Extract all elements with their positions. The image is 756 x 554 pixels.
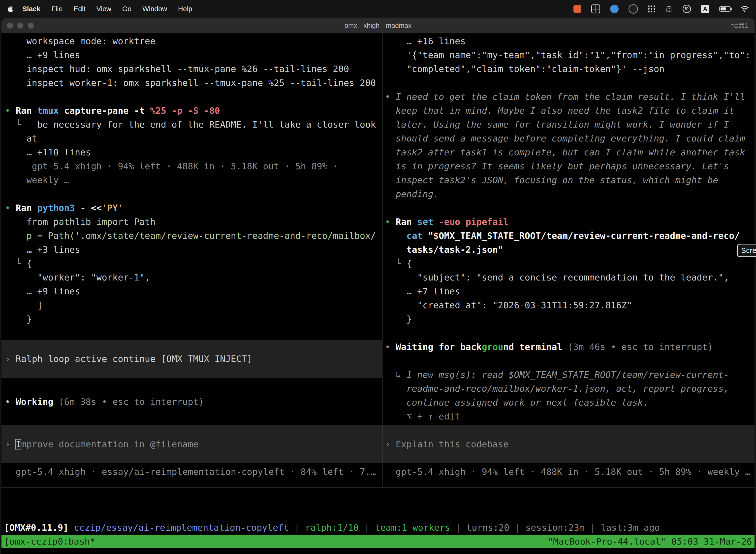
tmux-session-label: [omx-cczip0:bash* [4,536,95,547]
terminal-window: omx --xhigh --madmax ⌥⌘1 workspace_mode:… [1,18,755,554]
terminal-line: weekly … [5,173,382,187]
screen-edge-overlay-label: Scre [741,246,756,255]
terminal-line: cat "$OMX_TEAM_STATE_ROOT/team/review-cu… [385,229,755,243]
battery-icon[interactable] [719,6,731,12]
terminal-line: › Improve documentation in @filename [5,437,198,451]
menu-edit[interactable]: Edit [73,5,85,13]
tmux-pane-left[interactable]: workspace_mode: worktree … +9 lines insp… [1,33,382,487]
menu-file[interactable]: File [51,5,63,13]
tmux-session: workspace_mode: worktree … +9 lines insp… [1,33,755,487]
terminal-line: p = Path('.omx/state/team/review-current… [5,229,382,243]
terminal-line: workspace_mode: worktree [5,34,382,48]
omx-status-pane: [OMX#0.11.9] cczip/essay/ai-reimplementa… [1,487,755,535]
terminal-line: tasks/task-2.json" [385,243,755,257]
terminal-line [385,326,755,340]
terminal-line: keep that in mind. Maybe I also need the… [385,104,755,118]
terminal-line: readme-and-reco/mailbox/worker-1.json, a… [385,382,755,396]
dots-grid-icon[interactable] [648,5,655,13]
terminal-line [385,201,755,215]
queued-message: › Ralph loop active continue [OMX_TMUX_I… [1,340,382,378]
terminal-line: • I need to get the claim token from the… [385,90,755,104]
terminal-line: … +16 lines [385,34,755,48]
terminal-line: pending. [385,187,755,201]
zoom-button[interactable] [28,22,34,29]
terminal-line: "completed","claim_token":"claim-token"}… [385,62,755,76]
screen: Slack File Edit View Go Window Help 61A … [0,0,756,554]
terminal-line: later. Using the same for transition mig… [385,118,755,131]
terminal-line: … +110 lines [5,146,382,159]
terminal-line: … +9 lines [5,284,382,298]
menu-window[interactable]: Window [142,5,167,13]
badge-icon[interactable]: 61 [683,5,691,13]
terminal-line [385,354,755,368]
terminal-line: • Waiting for background terminal (3m 46… [385,340,755,354]
terminal-line: task2 after task1 is complete, but can I… [385,146,755,159]
terminal-line: ↳ 1 new msg(s): read $OMX_TEAM_STATE_ROO… [385,368,755,382]
terminal-line: '{"team_name":"my-team","task_id":"1","f… [385,48,755,62]
apple-icon [7,5,13,13]
terminal-line: "subject": "send a concise recommendatio… [385,271,755,284]
tmux-pane-right[interactable]: … +16 lines '{"team_name":"my-team","tas… [382,33,755,487]
tmux-host-clock: "MacBook-Pro-44.local" 05:03 31-Mar-26 [548,536,752,547]
menu-go[interactable]: Go [122,5,131,13]
wifi-icon[interactable] [741,5,749,12]
omx-status-line: [OMX#0.11.9] cczip/essay/ai-reimplementa… [4,521,755,535]
terminal-line: › Explain this codebase [385,437,509,451]
menu-bar-status-icons: 61A [573,4,749,14]
terminal-line: › Ralph loop active continue [OMX_TMUX_I… [5,352,382,366]
prompt-input[interactable]: › Explain this codebase [382,425,755,463]
terminal-line: … +7 lines [385,284,755,298]
terminal-line: • Ran python3 - <<'PY' [5,201,382,215]
window-shortcut-badge: ⌥⌘1 [731,21,749,30]
app-menu[interactable]: Slack [22,5,41,13]
terminal-line [5,326,382,340]
terminal-line: is in progress? It seems likely but perh… [385,159,755,173]
terminal-line: at [5,131,382,146]
traffic-lights [7,18,34,33]
menu-help[interactable]: Help [178,5,192,13]
terminal-line: … +9 lines [5,48,382,62]
terminal-line: ] [5,298,382,312]
tmux-status-bar: [omx-cczip0:bash* "MacBook-Pro-44.local"… [1,535,755,548]
terminal-line: } [385,312,755,326]
terminal-line: └ { [385,257,755,271]
blue-app-icon[interactable] [610,5,619,13]
terminal-line: should send a message before completing … [385,131,755,146]
terminal-line: └ be necessary for the end of the README… [5,118,382,131]
menu-view[interactable]: View [97,5,111,13]
menu-bar: Slack File Edit View Go Window Help 61A [0,0,756,18]
terminal-line: inspect task2's JSON, focusing on the st… [385,173,755,187]
close-button[interactable] [7,22,13,29]
ghost-icon[interactable] [665,5,673,13]
screen-recording-indicator[interactable] [573,5,581,13]
terminal-line: ⌥ + ↑ edit [385,409,755,424]
terminal-line: gpt-5.4 xhigh · 94% left · 488K in · 5.1… [5,159,382,173]
terminal-line: • Ran set -euo pipefail [385,215,755,229]
terminal-line: continue assigned work or next feasible … [385,396,755,409]
terminal-line: "created_at": "2026-03-31T11:59:27.816Z" [385,298,755,312]
terminal-line: … +3 lines [5,243,382,257]
minimize-button[interactable] [17,22,23,29]
terminal-line: from pathlib import Path [5,215,382,229]
window-title: omx --xhigh --madmax [344,22,412,30]
prompt-input[interactable]: › Improve documentation in @filename [1,425,382,463]
terminal-line: • Ran tmux capture-pane -t %25 -p -S -80 [5,104,382,118]
terminal-line [5,187,382,201]
input-source-icon[interactable]: A [701,5,709,13]
dark-app-icon[interactable] [629,4,638,14]
terminal-line: inspect_worker-1: omx sparkshell --tmux-… [5,76,382,90]
apple-menu[interactable] [7,5,13,13]
terminal-line: └ { [5,257,382,271]
terminal-line: } [5,312,382,326]
model-status-line: gpt-5.4 xhigh · essay/ai-reimplementatio… [5,465,382,479]
screen-edge-overlay[interactable]: Scre [737,244,756,257]
terminal-line: "worker": "worker-1", [5,271,382,284]
terminal-line [5,90,382,104]
terminal-line: inspect_hud: omx sparkshell --tmux-pane … [5,62,382,76]
terminal-line [385,76,755,90]
window-title-bar: omx --xhigh --madmax ⌥⌘1 [1,18,755,33]
model-status-line: gpt-5.4 xhigh · 94% left · 488K in · 5.1… [385,465,755,479]
window-grid-icon[interactable] [591,4,600,13]
working-status-line: • Working (6m 38s • esc to interrupt) [5,395,382,409]
